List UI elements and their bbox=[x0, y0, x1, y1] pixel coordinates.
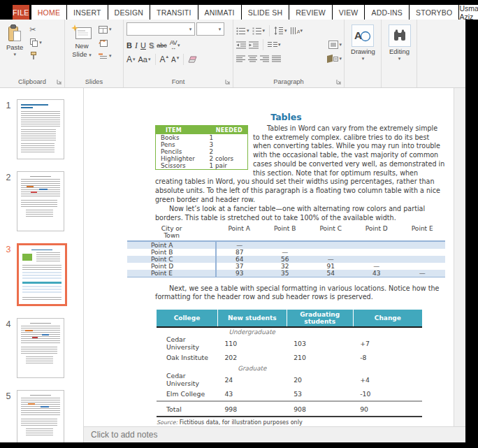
line-spacing-button[interactable]: ▾ bbox=[274, 27, 287, 35]
clear-formatting-button[interactable] bbox=[188, 56, 197, 63]
paste-dropdown-caret[interactable]: ▾ bbox=[13, 52, 16, 57]
supply-header-needed: NEEDED bbox=[208, 126, 248, 135]
drawing-label: Drawing bbox=[351, 48, 375, 55]
bold-button[interactable]: B bbox=[126, 41, 132, 50]
paragraph-2[interactable]: Now let’s look at a fancier table—one wi… bbox=[155, 205, 445, 222]
align-left-button[interactable] bbox=[236, 55, 245, 62]
source-note[interactable]: Source: Fictitious data, for illustratio… bbox=[157, 419, 445, 426]
vertical-scrollbar[interactable] bbox=[454, 88, 465, 426]
scissors-icon: ✂ bbox=[29, 25, 36, 34]
character-spacing-button[interactable]: AV ↔ ▾ bbox=[170, 41, 180, 50]
editing-button[interactable]: Editing ▾ bbox=[385, 22, 414, 87]
paragraph-dialog-launcher-icon[interactable] bbox=[336, 79, 342, 85]
distance-table[interactable]: City or Town Point A Point B Point C Poi… bbox=[127, 224, 445, 277]
slide-number: 1 bbox=[0, 99, 17, 159]
font-size-caret[interactable]: ▾ bbox=[216, 27, 224, 32]
format-painter-button[interactable] bbox=[28, 50, 43, 62]
justify-icon bbox=[272, 55, 281, 62]
numbering-button[interactable]: ▾ bbox=[252, 27, 266, 35]
decrease-font-size-button[interactable]: A ▾ bbox=[171, 56, 179, 64]
columns-button[interactable]: ▾ bbox=[268, 41, 281, 49]
font-dialog-launcher-icon[interactable] bbox=[225, 79, 231, 85]
ribbon-empty-area bbox=[417, 20, 465, 87]
slide-5-thumbnail[interactable] bbox=[17, 390, 64, 442]
font-color-button[interactable]: A ▾ bbox=[126, 55, 136, 64]
tab-file[interactable]: FILE bbox=[13, 5, 29, 20]
section-row-undergraduate: Undergraduate bbox=[157, 327, 422, 335]
align-text-icon bbox=[328, 41, 338, 49]
slide-1-thumbnail[interactable] bbox=[17, 99, 64, 159]
shrink-arrow-icon: ▾ bbox=[177, 56, 180, 60]
font-size-combobox[interactable]: ▾ bbox=[196, 22, 224, 36]
college-table[interactable]: College New students Graduating students… bbox=[157, 310, 422, 417]
underline-button[interactable]: U bbox=[140, 41, 146, 50]
strikethrough-button[interactable]: abc bbox=[157, 42, 167, 49]
line-spacing-icon bbox=[274, 27, 284, 35]
tab-slideshow[interactable]: SLIDE SH bbox=[242, 5, 289, 20]
tab-design[interactable]: DESIGN bbox=[108, 5, 150, 20]
tab-transitions[interactable]: TRANSITI bbox=[150, 5, 197, 20]
tab-storyboarding[interactable]: STORYBO bbox=[410, 5, 458, 20]
ribbon: Paste ▾ ✂ ▾ bbox=[0, 20, 465, 88]
slide-page[interactable]: Tables ITEM NEEDED Books1 Pens3 Pencils2… bbox=[84, 88, 454, 426]
align-text-button[interactable]: ▾ bbox=[328, 41, 342, 49]
section-icon bbox=[99, 53, 108, 59]
italic-button[interactable]: I bbox=[135, 41, 138, 51]
font-name-combobox[interactable]: ▾ bbox=[126, 22, 195, 36]
increase-indent-button[interactable] bbox=[249, 41, 259, 49]
table-row: Point C6456— bbox=[127, 256, 445, 263]
tab-review[interactable]: REVIEW bbox=[289, 5, 332, 20]
clipboard-group-label: Clipboard bbox=[18, 78, 46, 85]
tab-animations[interactable]: ANIMATI bbox=[198, 5, 241, 20]
table-row: Books1 bbox=[156, 134, 248, 141]
text-direction-button[interactable]: A ▾ bbox=[290, 27, 303, 35]
paste-button[interactable]: Paste ▾ bbox=[3, 22, 27, 76]
tab-view[interactable]: VIEW bbox=[333, 5, 365, 20]
decrease-indent-button[interactable] bbox=[236, 41, 246, 49]
powerpoint-window: FILE HOME INSERT DESIGN TRANSITI ANIMATI… bbox=[0, 0, 478, 448]
paragraph-3[interactable]: Next, we see a table with special format… bbox=[155, 284, 445, 302]
thumbnail-slide-4: 4 bbox=[0, 318, 83, 378]
slide-2-thumbnail[interactable] bbox=[17, 171, 64, 231]
slide-layout-button[interactable]: ▾ bbox=[97, 24, 113, 35]
text-shadow-button[interactable]: S bbox=[149, 41, 154, 50]
account-user-name[interactable]: Usman Aziz bbox=[459, 5, 478, 20]
college-header: New students bbox=[217, 310, 287, 327]
tab-insert[interactable]: INSERT bbox=[67, 5, 108, 20]
character-spacing-arrows-icon: ↔ bbox=[171, 45, 176, 50]
clipboard-dialog-launcher-icon[interactable] bbox=[57, 79, 62, 85]
college-header: Graduating students bbox=[287, 310, 353, 327]
group-paragraph: ▾ ▾ ▾ bbox=[233, 20, 345, 87]
distance-header: Point C bbox=[307, 224, 354, 241]
college-header: Change bbox=[353, 310, 422, 327]
new-slide-button[interactable]: New Slide ▾ bbox=[68, 22, 96, 76]
notes-pane[interactable]: Click to add notes bbox=[84, 426, 465, 442]
align-right-button[interactable] bbox=[260, 55, 269, 62]
thumbnail-preview bbox=[21, 104, 60, 154]
tab-home[interactable]: HOME bbox=[31, 5, 66, 20]
supply-header-item: ITEM bbox=[156, 126, 208, 135]
copy-dropdown-caret[interactable]: ▾ bbox=[39, 41, 42, 45]
font-group-label: Font bbox=[172, 78, 185, 85]
copy-button[interactable]: ▾ bbox=[28, 37, 43, 48]
font-name-caret[interactable]: ▾ bbox=[187, 27, 194, 32]
convert-to-smartart-button[interactable]: ▾ bbox=[327, 55, 342, 63]
slide-4-thumbnail[interactable] bbox=[17, 318, 64, 378]
justify-button[interactable] bbox=[272, 55, 281, 62]
align-left-icon bbox=[236, 55, 245, 62]
slide-title[interactable]: Tables bbox=[127, 112, 445, 122]
cut-button[interactable]: ✂ bbox=[28, 24, 43, 35]
reset-slide-button[interactable] bbox=[97, 37, 113, 48]
slide-3-thumbnail[interactable] bbox=[17, 243, 67, 306]
change-case-button[interactable]: Aa ▾ bbox=[138, 55, 151, 64]
align-center-button[interactable] bbox=[248, 55, 257, 62]
paste-icon bbox=[8, 24, 22, 43]
slide-thumbnail-panel: 1 2 bbox=[0, 88, 84, 442]
bullets-button[interactable]: ▾ bbox=[236, 27, 249, 35]
increase-font-size-button[interactable]: A ▴ bbox=[160, 55, 169, 64]
drawing-button[interactable]: A Drawing ▾ bbox=[347, 22, 379, 87]
thumbnail-slide-1: 1 bbox=[0, 99, 83, 159]
tab-addins[interactable]: ADD-INS bbox=[365, 5, 409, 20]
section-button[interactable]: ▾ bbox=[97, 50, 113, 62]
supply-table[interactable]: ITEM NEEDED Books1 Pens3 Pencils2 Highli… bbox=[155, 125, 248, 170]
